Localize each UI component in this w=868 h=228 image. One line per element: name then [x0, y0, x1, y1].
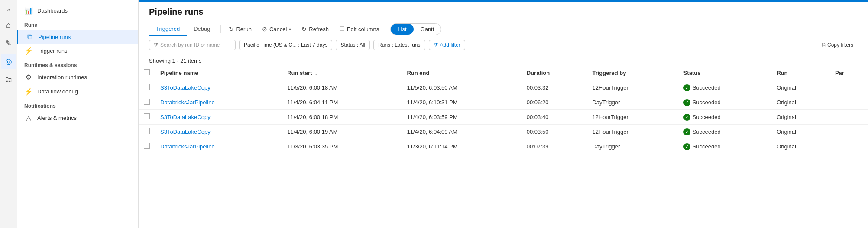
timezone-filter[interactable]: Pacific Time (US & C... : Last 7 days [239, 40, 332, 50]
add-filter-button[interactable]: ⧩ Add filter [429, 40, 465, 50]
table-row: DatabricksJarPipeline 11/3/20, 6:03:35 P… [139, 139, 868, 154]
tab-debug[interactable]: Debug [187, 22, 217, 36]
status-label: Succeeded [693, 128, 721, 135]
sidebar-item-data-flow-debug[interactable]: ⚡ Data flow debug [17, 84, 138, 99]
sidebar-item-integration-runtimes[interactable]: ⚙ Integration runtimes [17, 70, 138, 84]
sidebar-item-data-flow-debug-label: Data flow debug [37, 88, 78, 95]
row-run-type: Original [771, 110, 830, 125]
row-run-start: 11/4/20, 6:00:19 AM [282, 125, 402, 139]
sidebar-item-trigger-runs[interactable]: ⚡ Trigger runs [17, 44, 138, 58]
status-badge: ✓ Succeeded [683, 128, 767, 135]
row-run-end: 11/4/20, 6:10:31 PM [402, 95, 521, 110]
table-header-row: Pipeline name Run start ↓ Run end Durati… [139, 66, 868, 80]
row-status: ✓ Succeeded [678, 125, 772, 139]
pipeline-runs-table: Pipeline name Run start ↓ Run end Durati… [139, 66, 868, 154]
edit-columns-button[interactable]: ☰ Edit columns [335, 23, 383, 35]
col-run-end[interactable]: Run end [402, 66, 521, 80]
col-par[interactable]: Par [830, 66, 868, 80]
row-par [830, 95, 868, 110]
sidebar-item-pipeline-runs[interactable]: ⧉ Pipeline runs [17, 30, 138, 44]
nav-icon-monitor[interactable]: ◎ [1, 54, 16, 69]
tab-triggered[interactable]: Triggered [149, 22, 187, 36]
row-checkbox-cell[interactable] [139, 139, 155, 154]
row-checkbox[interactable] [144, 113, 150, 119]
status-dot-icon: ✓ [683, 128, 690, 135]
copy-filters-button[interactable]: ⎘ Copy filters [818, 40, 858, 50]
status-label: Succeeded [693, 99, 721, 106]
row-checkbox[interactable] [144, 84, 150, 90]
add-filter-icon: ⧩ [434, 42, 438, 48]
page-header: Pipeline runs Triggered Debug ↻ Rerun ⊘ … [139, 2, 868, 36]
nav-icon-deploy[interactable]: 🗂 [1, 72, 16, 87]
filters-row: ⧩ Search by run ID or name Pacific Time … [139, 36, 868, 54]
col-run[interactable]: Run [771, 66, 830, 80]
nav-icon-edit[interactable]: ✎ [1, 35, 16, 51]
table-body: S3ToDataLakeCopy 11/5/20, 6:00:18 AM 11/… [139, 80, 868, 154]
alerts-metrics-icon: △ [24, 114, 33, 122]
row-checkbox-cell[interactable] [139, 80, 155, 95]
row-duration: 00:03:50 [521, 125, 587, 139]
cancel-label: Cancel [269, 26, 287, 32]
row-pipeline-name: DatabricksJarPipeline [155, 95, 282, 110]
refresh-button[interactable]: ↻ Refresh [297, 23, 333, 35]
copy-filters-icon: ⎘ [822, 42, 825, 48]
rerun-button[interactable]: ↻ Rerun [224, 23, 256, 35]
pipeline-link[interactable]: S3ToDataLakeCopy [160, 84, 211, 91]
row-duration: 00:07:39 [521, 139, 587, 154]
row-duration: 00:03:32 [521, 80, 587, 95]
row-status: ✓ Succeeded [678, 95, 772, 110]
col-triggered-by[interactable]: Triggered by [587, 66, 678, 80]
pipeline-link[interactable]: S3ToDataLakeCopy [160, 128, 211, 135]
view-gantt-button[interactable]: Gantt [414, 24, 441, 35]
col-checkbox[interactable] [139, 66, 155, 80]
row-run-start: 11/5/20, 6:00:18 AM [282, 80, 402, 95]
row-checkbox-cell[interactable] [139, 95, 155, 110]
status-filter[interactable]: Status : All [336, 40, 370, 50]
col-status[interactable]: Status [678, 66, 772, 80]
view-list-button[interactable]: List [391, 24, 413, 35]
sort-icon: ↓ [315, 71, 317, 76]
row-checkbox[interactable] [144, 143, 150, 149]
row-checkbox-cell[interactable] [139, 110, 155, 125]
pipeline-link[interactable]: DatabricksJarPipeline [160, 99, 215, 106]
status-label: Succeeded [693, 84, 721, 91]
sidebar-item-alerts-metrics[interactable]: △ Alerts & metrics [17, 111, 138, 125]
edit-columns-icon: ☰ [339, 26, 345, 32]
row-triggered-by: 12HourTrigger [587, 125, 678, 139]
row-pipeline-name: S3ToDataLakeCopy [155, 80, 282, 95]
collapse-toggle[interactable]: « [4, 4, 13, 16]
integration-runtimes-icon: ⚙ [24, 73, 33, 81]
select-all-checkbox[interactable] [144, 69, 150, 75]
rerun-label: Rerun [236, 26, 251, 32]
table-row: S3ToDataLakeCopy 11/4/20, 6:00:19 AM 11/… [139, 125, 868, 139]
sidebar-content: 📊 Dashboards Runs ⧉ Pipeline runs ⚡ Trig… [17, 0, 138, 228]
pipeline-link[interactable]: S3ToDataLakeCopy [160, 114, 211, 120]
status-dot-icon: ✓ [683, 84, 690, 91]
col-duration[interactable]: Duration [521, 66, 587, 80]
col-run-start[interactable]: Run start ↓ [282, 66, 402, 80]
row-checkbox-cell[interactable] [139, 125, 155, 139]
runs-section-label: Runs [17, 18, 138, 30]
toolbar: ↻ Rerun ⊘ Cancel ▾ ↻ Refresh ☰ Edit colu… [224, 23, 858, 35]
status-dot-icon: ✓ [683, 114, 690, 121]
status-dot-icon: ✓ [683, 99, 690, 106]
edit-columns-label: Edit columns [347, 26, 379, 32]
row-triggered-by: 12HourTrigger [587, 110, 678, 125]
cancel-icon: ⊘ [262, 26, 267, 32]
tabs-bar: Triggered Debug [149, 22, 217, 36]
sidebar-collapse-strip: « ⌂ ✎ ◎ 🗂 [0, 0, 17, 228]
cancel-button[interactable]: ⊘ Cancel ▾ [258, 23, 295, 35]
sidebar-item-integration-runtimes-label: Integration runtimes [37, 74, 87, 80]
row-status: ✓ Succeeded [678, 110, 772, 125]
col-pipeline-name[interactable]: Pipeline name [155, 66, 282, 80]
main-content: Pipeline runs Triggered Debug ↻ Rerun ⊘ … [139, 0, 868, 228]
row-checkbox[interactable] [144, 99, 150, 105]
status-label: Succeeded [693, 143, 721, 150]
runs-filter[interactable]: Runs : Latest runs [373, 40, 425, 50]
nav-icon-home[interactable]: ⌂ [1, 17, 16, 33]
search-input[interactable]: ⧩ Search by run ID or name [149, 40, 236, 50]
sidebar-item-dashboards[interactable]: 📊 Dashboards [17, 3, 138, 18]
rerun-icon: ↻ [229, 26, 234, 32]
row-checkbox[interactable] [144, 128, 150, 134]
pipeline-link[interactable]: DatabricksJarPipeline [160, 143, 215, 150]
